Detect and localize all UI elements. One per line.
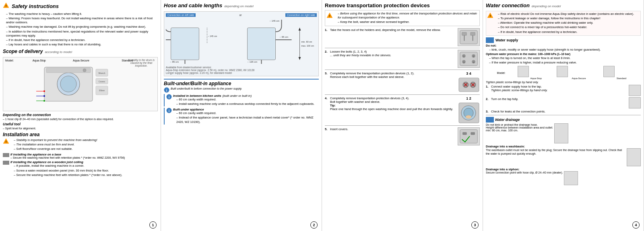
built-under-block: Built-under/Built-in appliance i Built u… [164,79,319,125]
conn-left-label: Connection on left side [166,13,196,17]
svg-marker-33 [299,28,301,31]
conn-right-label: Connection on right side [285,13,317,17]
water-header: Water connection depending on model [486,2,641,10]
available-item-1: Longer supply hose (approx. 2.20 m), for… [166,72,232,74]
svg-text:4: 4 [473,61,474,63]
water-step-3-text: Check for leaks at the connection points… [491,110,545,113]
svg-text:max. 100 cm: max. 100 cm [301,45,314,47]
joist-title: If installing the appliance on a wooden … [10,160,122,164]
model-col-aquastop: Aqua-Stop [516,65,555,80]
installation-title: Installation area [3,132,158,137]
water-drainage-block: Water drainage Do not kink or protract t… [486,117,641,185]
installation-item: Stability is important to prevent the ma… [14,138,97,142]
transport-intro-list: Before using the appliance for the first… [334,12,478,25]
water-step-2-img [629,97,641,108]
transport-header: Remove transportation protection devices [325,2,480,8]
useful-tool-block: Useful tool – Spirit level for alignment… [3,122,158,130]
joist-item: Screw a water-resistant wooden panel (mi… [14,169,122,173]
step-1-svg [458,28,479,46]
standard-label: Standard [603,77,640,80]
safety-warning-item: The washing machine is heavy – caution w… [6,12,158,16]
connection-block: Depending on the connection – 1 hose cli… [3,113,158,121]
warning-triangle-icon: ! [3,2,9,8]
svg-rect-24 [171,28,199,60]
electric-warning-item: To prevent leakage or water damage, foll… [498,16,634,20]
water-conn-steps-block: 1. Connect water supply hose to the tap.… [486,85,641,113]
water-drainage-title-text: Water drainage [495,118,520,122]
do-not-label: Do not: [486,44,641,47]
bolt-numbers-12: 1 2 [458,96,480,100]
built-under-app-item: Instead of the appliance cover panel, ha… [176,116,319,124]
hose-title: Hose and cable lengths [164,2,222,8]
installed-title-note: (built under or built in) [223,94,252,98]
available-item-0: Aqua-Stop extension hose (approx. 2.50 m… [166,69,254,72]
safety-section: ! Safety instructions The washing machin… [0,0,161,231]
step-2-text: Loosen the bolts (1, 2, 3, 4) [330,50,391,53]
built-under-subnote-row: i Built under/built in before connection… [164,87,319,93]
hose-header: Hose and cable lengths depending on mode… [164,2,319,10]
washbasin-block: Drainage into a washbasin: The washbasin… [486,145,641,166]
step-5-text: Insert covers. [330,127,348,131]
hose-diagram-block: Connection on left side or Connection on… [164,11,319,76]
svg-text:!: ! [6,4,7,8]
drainage-img [554,123,568,143]
siphon-img [564,171,578,185]
do-not-item: kink, crush, modify or sever water suppl… [489,48,641,52]
water-step-2-num: 2. [486,97,490,101]
built-under-app-item: 60 cm cavity width required. [176,111,319,115]
siphon-text: Secure connection point with hose clip, … [486,171,563,174]
water-model-compare: Model: Aqua-Stop Aqua-Secure Standard [486,65,641,80]
electric-warning-item: Do not connect to a mixer tap of a press… [498,25,634,29]
step-3-svg [458,77,480,93]
step-4-images: 1 2 [458,96,480,124]
scope-title: Scope of delivery [3,49,43,54]
water-supply-icon [486,37,494,43]
svg-text:!: ! [329,14,330,18]
connection-title: Depending on the connection [3,113,158,117]
svg-text:Wrench: Wrench [98,72,105,74]
svg-text:i: i [169,109,170,113]
transport-step-1: 1. Take the hoses out of the holders and… [325,28,480,46]
svg-text:~ 85 cm: ~ 85 cm [170,61,179,63]
water-step-1-text: Connect water supply hose to the tap. [491,85,547,88]
step-4-text-a: Completely remove transportation protect… [330,96,453,100]
safety-warning-item: If in doubt, have the appliance connecte… [6,38,158,42]
page-number-4: 4 [632,221,640,229]
model-aquasecure: Aqua-Secure [72,59,121,62]
svg-point-71 [466,115,471,119]
installation-item: Soft floors/floor coverings are not suit… [14,147,97,151]
safety-warning-item: Warning: Frozen hoses may tear/burst. Do… [6,16,158,25]
joist-icon [3,161,9,165]
transport-warning-box: ! Before using the appliance for the fir… [325,10,480,26]
base-title: If installing the appliance on a base [10,153,125,156]
joist-item: If possible, install the washing machine… [14,164,122,168]
electric-warning-block: ! Risk of electric shock! Do not immerse… [486,11,641,36]
water-step-1-img [629,85,641,96]
installed-item: Install washing machine only under a con… [176,102,314,106]
bolt-numbers-34: 3 4 [458,72,480,76]
step-4-num: 4. [325,96,329,111]
model-col-label: Model: [486,65,516,80]
aquasecure-label: Aqua-Secure [557,77,601,80]
optimal-pressure-text: Optimum water pressure in the mains: 100… [486,53,641,55]
or-label: or [239,14,242,16]
installed-between-block: i Installed in between kitchen units (bu… [164,94,319,106]
safety-warnings-list: The washing machine is heavy – caution w… [3,12,158,47]
model-col-aquasecure: Aqua-Secure [555,65,602,80]
scope-subtitle: according to model [45,50,72,54]
scope-delivery-block: Scope of delivery according to model Hum… [3,49,158,111]
base-icon [3,153,9,157]
transport-step-4: 4. Completely remove transportation prot… [325,96,480,124]
joist-list: If possible, install the washing machine… [10,164,122,177]
electric-warning-item: Risk of electric shock! Do not immerse A… [498,12,634,16]
transport-step-2: 2. Loosen the bolts (1, 2, 3, 4) ... unt… [325,50,480,68]
installation-warning-icon: ! [3,138,9,144]
step-1-num: 1. [325,28,329,32]
step-3-num: 3. [325,72,329,79]
siphon-title: Drainage into a siphon: [486,168,641,171]
safety-warning-item: Washing machine may be damaged. Do not l… [6,25,158,29]
pressure-item: If the water pressure is higher, install… [489,61,641,65]
model-label: Model: [4,59,32,62]
drainage-icon [486,117,494,123]
installed-list: 60 cm cavity width required. Install was… [173,98,314,106]
